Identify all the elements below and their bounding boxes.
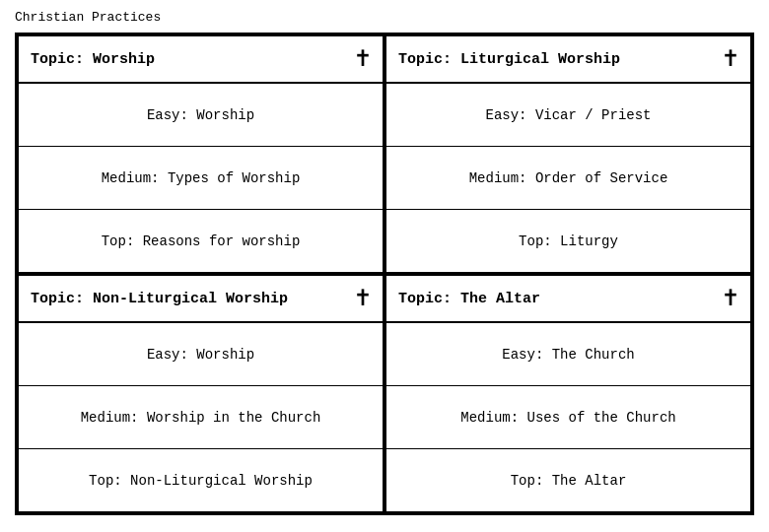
card-row-non-liturgical-worship-2: Top: Non-Liturgical Worship xyxy=(19,449,383,511)
card-row-worship-1: Medium: Types of Worship xyxy=(19,147,383,210)
card-row-liturgical-worship-0: Easy: Vicar / Priest xyxy=(386,84,750,147)
card-non-liturgical-worship: Topic: Non-Liturgical Worship✝Easy: Wors… xyxy=(17,274,384,513)
cross-icon: ✝ xyxy=(723,286,738,311)
card-row-liturgical-worship-2: Top: Liturgy xyxy=(386,210,750,272)
card-row-worship-0: Easy: Worship xyxy=(19,84,383,147)
card-title-non-liturgical-worship: Topic: Non-Liturgical Worship xyxy=(31,291,288,307)
card-worship: Topic: Worship✝Easy: WorshipMedium: Type… xyxy=(17,34,384,274)
card-row-the-altar-0: Easy: The Church xyxy=(386,323,750,386)
card-title-worship: Topic: Worship xyxy=(31,51,155,68)
cards-grid: Topic: Worship✝Easy: WorshipMedium: Type… xyxy=(15,33,754,515)
card-row-the-altar-1: Medium: Uses of the Church xyxy=(386,386,750,449)
card-row-liturgical-worship-1: Medium: Order of Service xyxy=(386,147,750,210)
cross-icon: ✝ xyxy=(723,46,738,72)
cross-icon: ✝ xyxy=(355,286,371,311)
card-liturgical-worship: Topic: Liturgical Worship✝Easy: Vicar / … xyxy=(384,34,752,274)
card-title-liturgical-worship: Topic: Liturgical Worship xyxy=(398,51,620,68)
page-title: Christian Practices xyxy=(15,10,754,25)
card-title-the-altar: Topic: The Altar xyxy=(398,291,540,307)
card-row-non-liturgical-worship-1: Medium: Worship in the Church xyxy=(19,386,383,449)
cross-icon: ✝ xyxy=(355,46,371,72)
card-row-worship-2: Top: Reasons for worship xyxy=(19,210,383,272)
card-the-altar: Topic: The Altar✝Easy: The ChurchMedium:… xyxy=(384,274,752,513)
card-row-the-altar-2: Top: The Altar xyxy=(386,449,750,511)
card-header-liturgical-worship: Topic: Liturgical Worship✝ xyxy=(386,36,750,84)
card-row-non-liturgical-worship-0: Easy: Worship xyxy=(19,323,383,386)
card-header-non-liturgical-worship: Topic: Non-Liturgical Worship✝ xyxy=(19,276,383,323)
card-header-worship: Topic: Worship✝ xyxy=(19,36,383,84)
card-header-the-altar: Topic: The Altar✝ xyxy=(386,276,750,323)
